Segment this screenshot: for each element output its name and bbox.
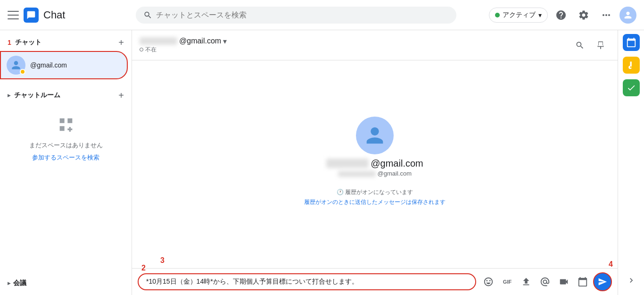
chats-section-header[interactable]: 1 チャット +: [0, 34, 132, 51]
app-logo: [24, 8, 39, 23]
keep-app-button[interactable]: [623, 57, 640, 74]
mention-button[interactable]: [537, 273, 553, 290]
rooms-empty-text: まだスペースはありません: [29, 141, 103, 150]
sidebar: 1 チャット + @gmail.com ▸ チャットルーム +: [0, 30, 132, 295]
chat-contact-name: @gmail.com: [30, 61, 67, 69]
chat-input-area: 2 3 GIF: [132, 268, 618, 295]
main-layout: 1 チャット + @gmail.com ▸ チャットルーム +: [0, 30, 644, 295]
calendar-inline-button[interactable]: [574, 273, 591, 290]
search-icon: [143, 10, 152, 20]
history-notice: 🕐 履歴がオンになっています 履歴がオンのときに送信したメッセージは保存されます: [304, 188, 446, 206]
find-spaces-link[interactable]: 参加するスペースを検索: [32, 153, 99, 162]
right-sidebar: [618, 30, 644, 295]
chevron-right-icon: ▸: [8, 280, 10, 287]
add-chat-button[interactable]: +: [118, 38, 124, 47]
gif-label: GIF: [503, 279, 512, 285]
search-in-chat-button[interactable]: [570, 36, 589, 55]
gif-button[interactable]: GIF: [499, 273, 516, 290]
contact-profile: @gmail.com @gmail.com: [326, 117, 423, 177]
annotation-3: 3: [160, 256, 165, 265]
header-left: Chat: [8, 8, 130, 23]
blurred-name: [140, 37, 177, 45]
app-header: Chat アクティブ ▾: [0, 0, 644, 30]
rooms-empty-state: まだスペースはありません 参加するスペースを検索: [0, 104, 132, 173]
meetings-header[interactable]: ▸ 会議: [8, 279, 124, 287]
annotation-4: 4: [609, 260, 613, 269]
chat-contact-name-header: @gmail.com ▾: [140, 37, 567, 46]
help-button[interactable]: [552, 6, 570, 25]
input-actions: GIF 4: [480, 272, 612, 291]
history-sub-text: 履歴がオンのときに送信したメッセージは保存されます: [304, 198, 446, 206]
video-button[interactable]: [555, 273, 572, 290]
blurred-profile-name: [326, 159, 369, 168]
status-button[interactable]: アクティブ ▾: [489, 8, 548, 23]
status-dot: [495, 13, 500, 17]
profile-avatar: [356, 117, 394, 154]
status-label: アクティブ: [503, 11, 536, 19]
tasks-app-button[interactable]: [623, 79, 640, 96]
menu-icon[interactable]: [8, 9, 19, 21]
profile-email-sub: @gmail.com: [338, 170, 412, 177]
user-avatar[interactable]: [619, 7, 636, 24]
emoji-button[interactable]: [480, 273, 497, 290]
chat-avatar: [7, 56, 25, 75]
rooms-title: ▸ チャットルーム: [8, 91, 60, 100]
send-wrapper: 4: [593, 272, 612, 291]
message-input[interactable]: [146, 278, 468, 286]
chat-contact-info: @gmail.com ▾ 不在: [140, 37, 567, 54]
header-right: アクティブ ▾: [489, 6, 636, 25]
chat-panel: @gmail.com ▾ 不在: [132, 30, 618, 295]
rooms-section-header[interactable]: ▸ チャットルーム +: [0, 87, 132, 104]
calendar-app-button[interactable]: [623, 34, 640, 51]
contact-email-suffix: @gmail.com: [179, 37, 221, 45]
rooms-section: ▸ チャットルーム + まだスペースはありません 参加するスペースを検索: [0, 87, 132, 173]
app-title: Chat: [43, 9, 65, 21]
annotation-2: 2: [141, 264, 146, 272]
chat-messages: @gmail.com @gmail.com 🕐 履歴がオンになっています 履歴が…: [132, 60, 618, 268]
chevron-down-icon: ▾: [538, 11, 542, 19]
profile-name: @gmail.com @gmail.com: [326, 158, 423, 177]
chat-status: 不在: [140, 46, 567, 54]
history-link[interactable]: 履歴がオンのときに送信したメッセージは保存されます: [304, 199, 446, 205]
meetings-section: ▸ 会議: [0, 275, 132, 291]
meetings-label: 会議: [13, 279, 26, 287]
add-room-button[interactable]: +: [118, 91, 124, 100]
away-indicator: [20, 69, 25, 75]
search-bar[interactable]: [136, 7, 456, 24]
send-button[interactable]: [593, 272, 612, 291]
upload-button[interactable]: [518, 273, 535, 290]
dropdown-arrow-icon[interactable]: ▾: [223, 37, 227, 46]
expand-sidebar-button[interactable]: [627, 276, 636, 291]
apps-button[interactable]: [597, 6, 616, 25]
rooms-empty-icon: [57, 115, 75, 135]
chats-title: 1 チャット: [8, 38, 41, 47]
message-input-wrapper: [138, 273, 476, 290]
pin-button[interactable]: [591, 36, 610, 55]
chat-header-actions: [570, 36, 610, 55]
chat-header: @gmail.com ▾ 不在: [132, 30, 618, 60]
search-input[interactable]: [156, 11, 449, 19]
chat-list-item[interactable]: @gmail.com: [0, 51, 128, 79]
status-circle-icon: [140, 48, 143, 51]
settings-button[interactable]: [574, 6, 593, 25]
